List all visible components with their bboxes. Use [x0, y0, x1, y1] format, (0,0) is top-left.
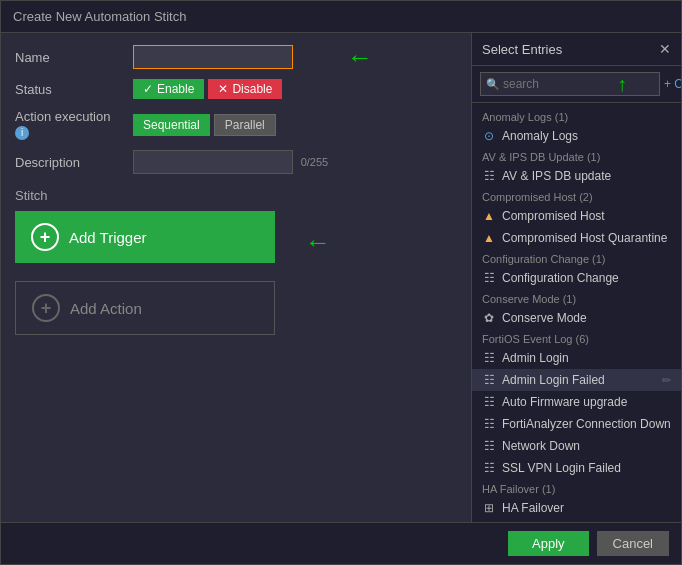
stitch-section: Stitch + Add Trigger ← + Add Action: [15, 188, 457, 335]
list-item-label: Admin Login Failed: [502, 373, 656, 387]
warning-icon: ▲: [482, 231, 496, 245]
action-plus-icon: +: [32, 294, 60, 322]
create-arrow: ↑: [617, 73, 627, 96]
disable-button[interactable]: ✕ Disable: [208, 79, 282, 99]
list-icon: ☷: [482, 461, 496, 475]
category-label: HA Failover (1): [472, 479, 681, 497]
search-row: 🔍 ↑ + Create: [472, 66, 681, 103]
disable-label: Disable: [232, 82, 272, 96]
list-item[interactable]: ✿Conserve Mode: [472, 307, 681, 329]
category-label: Conserve Mode (1): [472, 289, 681, 307]
list-icon: ☷: [482, 169, 496, 183]
name-arrow: ←: [347, 42, 373, 73]
list-item-label: Compromised Host Quarantine: [502, 231, 671, 245]
list-item[interactable]: ☷AV & IPS DB update: [472, 165, 681, 187]
list-icon: ☷: [482, 271, 496, 285]
category-label: Compromised Host (2): [472, 187, 681, 205]
list-item[interactable]: ⊙Anomaly Logs: [472, 125, 681, 147]
edit-icon[interactable]: ✏: [662, 374, 671, 387]
category-label: AV & IPS DB Update (1): [472, 147, 681, 165]
desc-wrap: 0/255: [133, 150, 328, 174]
add-trigger-button[interactable]: + Add Trigger: [15, 211, 275, 263]
list-item-label: Anomaly Logs: [502, 129, 671, 143]
list-item-label: SSL VPN Login Failed: [502, 461, 671, 475]
list-item[interactable]: ☷Auto Firmware upgrade: [472, 391, 681, 413]
list-item-label: FortiAnalyzer Connection Down: [502, 417, 671, 431]
info-icon[interactable]: i: [15, 126, 29, 140]
action-wrap: + Add Action: [15, 281, 457, 335]
list-item[interactable]: ▲Compromised Host Quarantine: [472, 227, 681, 249]
trigger-plus-icon: +: [31, 223, 59, 251]
enable-label: Enable: [157, 82, 194, 96]
list-item-label: Admin Login: [502, 351, 671, 365]
list-icon: ☷: [482, 395, 496, 409]
list-icon: ☷: [482, 373, 496, 387]
name-input[interactable]: [133, 45, 293, 69]
description-input[interactable]: [133, 150, 293, 174]
list-item[interactable]: ⊞HA Failover: [472, 497, 681, 519]
name-label: Name: [15, 50, 125, 65]
ha-icon: ⊞: [482, 501, 496, 515]
apply-label: Apply: [532, 536, 565, 551]
trigger-label: Add Trigger: [69, 229, 147, 246]
sequential-button[interactable]: Sequential: [133, 114, 210, 136]
anomaly-icon: ⊙: [482, 129, 496, 143]
action-row: Action execution i Sequential Parallel: [15, 109, 457, 140]
list-item[interactable]: ☷SSL VPN Login Failed: [472, 457, 681, 479]
parallel-button[interactable]: Parallel: [214, 114, 276, 136]
list-item-label: Network Down: [502, 439, 671, 453]
list-item-label: Configuration Change: [502, 271, 671, 285]
apply-button[interactable]: Apply: [508, 531, 589, 556]
modal: Create New Automation Stitch Name ← Stat…: [0, 0, 682, 565]
warning-icon: ▲: [482, 209, 496, 223]
right-panel-title: Select Entries: [482, 42, 562, 57]
right-panel: Select Entries ✕ 🔍 ↑ + Create Anomaly Lo…: [471, 33, 681, 522]
action-label: Action execution i: [15, 109, 125, 140]
stitch-title: Stitch: [15, 188, 457, 203]
modal-body: Name ← Status ✓ Enable ✕ Disab: [1, 33, 681, 522]
gear-icon: ✿: [482, 311, 496, 325]
cancel-label: Cancel: [613, 536, 653, 551]
enable-button[interactable]: ✓ Enable: [133, 79, 204, 99]
category-label: Anomaly Logs (1): [472, 107, 681, 125]
trigger-arrow: ←: [305, 227, 331, 258]
description-label: Description: [15, 155, 125, 170]
trigger-wrap: + Add Trigger ←: [15, 211, 275, 273]
name-row: Name ←: [15, 45, 457, 69]
category-label: Configuration Change (1): [472, 249, 681, 267]
modal-title: Create New Automation Stitch: [1, 1, 681, 33]
create-label: + Create: [664, 77, 681, 91]
list-item[interactable]: ☷Admin Login: [472, 347, 681, 369]
list-item[interactable]: ☷Network Down: [472, 435, 681, 457]
list-item[interactable]: ☷Configuration Change: [472, 267, 681, 289]
list-item-label: AV & IPS DB update: [502, 169, 671, 183]
list-icon: ☷: [482, 439, 496, 453]
search-input[interactable]: [480, 72, 660, 96]
desc-count: 0/255: [301, 156, 329, 168]
bottom-bar: Apply Cancel: [1, 522, 681, 564]
category-label: FortiOS Event Log (6): [472, 329, 681, 347]
list-item-label: Compromised Host: [502, 209, 671, 223]
create-button[interactable]: + Create: [664, 77, 681, 91]
list-item[interactable]: ☷FortiAnalyzer Connection Down: [472, 413, 681, 435]
list-item-label: HA Failover: [502, 501, 671, 515]
status-buttons: ✓ Enable ✕ Disable: [133, 79, 282, 99]
status-row: Status ✓ Enable ✕ Disable: [15, 79, 457, 99]
status-label: Status: [15, 82, 125, 97]
list-item[interactable]: ▲Compromised Host: [472, 205, 681, 227]
list-item[interactable]: ☷Admin Login Failed✏: [472, 369, 681, 391]
list-icon: ☷: [482, 417, 496, 431]
list-item-label: Conserve Mode: [502, 311, 671, 325]
search-icon: 🔍: [486, 78, 500, 91]
right-panel-header: Select Entries ✕: [472, 33, 681, 66]
entries-list: Anomaly Logs (1)⊙Anomaly LogsAV & IPS DB…: [472, 103, 681, 522]
x-icon: ✕: [218, 82, 228, 96]
action-label: Add Action: [70, 300, 142, 317]
action-buttons: Sequential Parallel: [133, 114, 276, 136]
add-action-button[interactable]: + Add Action: [15, 281, 275, 335]
sequential-label: Sequential: [143, 118, 200, 132]
close-button[interactable]: ✕: [659, 41, 671, 57]
list-icon: ☷: [482, 351, 496, 365]
left-panel: Name ← Status ✓ Enable ✕ Disab: [1, 33, 471, 522]
cancel-button[interactable]: Cancel: [597, 531, 669, 556]
